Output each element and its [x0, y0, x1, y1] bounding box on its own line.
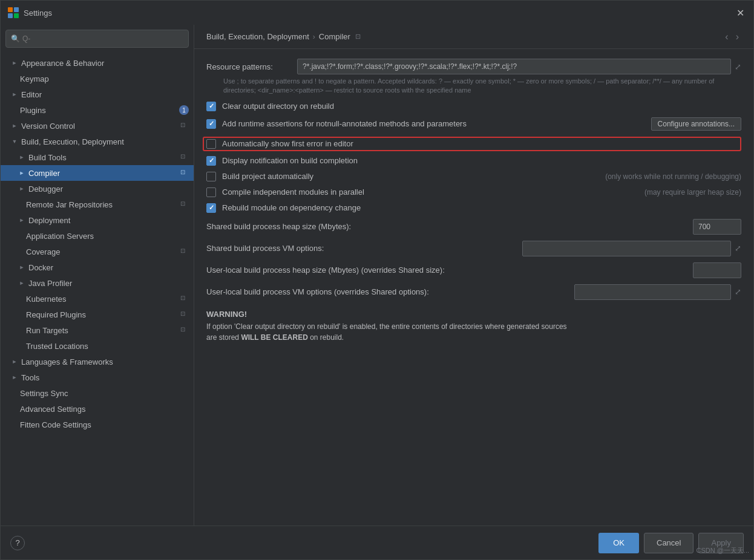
sidebar-item-app-servers[interactable]: Application Servers — [1, 228, 194, 244]
shared-heap-input[interactable] — [693, 219, 741, 235]
sidebar-item-coverage[interactable]: Coverage ⊡ — [1, 244, 194, 259]
checkbox-auto-show-error[interactable] — [206, 139, 216, 149]
sidebar-item-remote-jar[interactable]: Remote Jar Repositories ⊡ — [1, 197, 194, 212]
expand-icon: ► — [18, 169, 26, 177]
sidebar-item-label: Plugins — [20, 106, 177, 115]
sidebar-item-label: Remote Jar Repositories — [26, 200, 178, 209]
setting-row-rebuild-module: Rebuild module on dependency change — [206, 203, 741, 213]
sidebar-item-run-targets[interactable]: Run Targets ⊡ — [1, 322, 194, 338]
sidebar-item-java-profiler[interactable]: ► Java Profiler — [1, 275, 194, 291]
expand-user-vm-icon[interactable]: ⤢ — [735, 287, 741, 296]
search-input[interactable] — [22, 34, 183, 43]
sidebar-item-appearance[interactable]: ► Appearance & Behavior — [1, 55, 194, 71]
pin-icon: ⊡ — [180, 169, 189, 177]
breadcrumb: Build, Execution, Deployment › Compiler … — [194, 25, 753, 49]
setting-label-clear-output: Clear output directory on rebuild — [222, 102, 741, 111]
main-content: 🔍 ► Appearance & Behavior Keymap ► Edito… — [1, 25, 753, 526]
sidebar-item-debugger[interactable]: ► Debugger — [1, 181, 194, 197]
warning-section: WARNING! If option 'Clear output directo… — [206, 310, 741, 343]
breadcrumb-current: Compiler — [319, 32, 350, 41]
cancel-button[interactable]: Cancel — [644, 533, 693, 553]
sidebar-item-keymap[interactable]: Keymap — [1, 71, 194, 86]
sidebar-item-version-control[interactable]: ► Version Control ⊡ — [1, 118, 194, 134]
shared-heap-row: Shared build process heap size (Mbytes): — [206, 219, 741, 235]
sidebar-item-deployment[interactable]: ► Deployment — [1, 212, 194, 228]
setting-row-auto-show-error: Automatically show first error in editor — [206, 139, 738, 149]
window-title: Settings — [24, 8, 734, 18]
app-icon — [8, 7, 19, 18]
sidebar-item-compiler[interactable]: ► Compiler ⊡ — [1, 165, 194, 181]
setting-row-compile-parallel: Compile independent modules in parallel … — [206, 187, 741, 197]
checkbox-rebuild-module[interactable] — [206, 203, 216, 213]
close-button[interactable]: ✕ — [734, 7, 746, 19]
setting-label-build-auto: Build project automatically — [222, 172, 595, 181]
sidebar-item-advanced-settings[interactable]: Advanced Settings — [1, 401, 194, 417]
checkbox-clear-output[interactable] — [206, 102, 216, 111]
sidebar-item-label: Tools — [21, 373, 189, 382]
sidebar-item-settings-sync[interactable]: Settings Sync — [1, 385, 194, 401]
sidebar-item-label: Kubernetes — [26, 295, 178, 304]
sidebar-item-required-plugins[interactable]: Required Plugins ⊡ — [1, 307, 194, 322]
sidebar-items: ► Appearance & Behavior Keymap ► Editor … — [1, 53, 194, 526]
search-box[interactable]: 🔍 — [5, 30, 189, 48]
sidebar-item-label: Editor — [21, 90, 189, 99]
expand-icon: ► — [18, 184, 26, 193]
sidebar-item-label: Application Servers — [26, 232, 189, 241]
sidebar-item-build-exec[interactable]: ▼ Build, Execution, Deployment — [1, 134, 194, 149]
user-vm-input[interactable] — [574, 284, 731, 300]
help-button[interactable]: ? — [10, 536, 25, 550]
expand-button[interactable]: ⤢ — [735, 62, 741, 71]
sidebar-item-label: Deployment — [28, 216, 189, 225]
expand-icon: ► — [18, 216, 26, 224]
settings-content: Resource patterns: ⤢ Use ; to separate p… — [194, 49, 753, 526]
checkbox-build-auto[interactable] — [206, 172, 216, 181]
ok-button[interactable]: OK — [598, 533, 639, 553]
setting-label-rebuild-module: Rebuild module on dependency change — [222, 203, 741, 212]
setting-label-auto-show-error: Automatically show first error in editor — [222, 139, 738, 148]
sidebar-item-plugins[interactable]: Plugins 1 — [1, 102, 194, 118]
setting-label-compile-parallel: Compile independent modules in parallel — [222, 187, 635, 197]
checkbox-compile-parallel[interactable] — [206, 187, 216, 197]
setting-label-add-runtime: Add runtime assertions for notnull-annot… — [222, 119, 644, 128]
setting-row-clear-output: Clear output directory on rebuild — [206, 102, 741, 111]
svg-rect-2 — [8, 13, 13, 18]
sidebar-item-kubernetes[interactable]: Kubernetes ⊡ — [1, 291, 194, 307]
sidebar-item-docker[interactable]: ► Docker — [1, 259, 194, 275]
search-icon: 🔍 — [11, 34, 20, 43]
expand-icon: ► — [10, 59, 19, 67]
sidebar-item-tools[interactable]: ► Tools — [1, 370, 194, 385]
resource-patterns-label: Resource patterns: — [206, 62, 297, 71]
sidebar-item-label: Java Profiler — [28, 279, 189, 288]
setting-note-build-auto: (only works while not running / debuggin… — [605, 172, 741, 181]
pin-icon: ⊡ — [180, 247, 189, 256]
checkbox-display-notification[interactable] — [206, 156, 216, 166]
user-heap-input[interactable] — [693, 262, 741, 278]
sidebar-item-label: Build, Execution, Deployment — [21, 137, 189, 146]
shared-vm-row: Shared build process VM options: ⤢ — [206, 241, 741, 256]
sidebar-item-languages[interactable]: ► Languages & Frameworks — [1, 354, 194, 370]
settings-window: Settings ✕ 🔍 ► Appearance & Behavior Key… — [0, 0, 754, 560]
breadcrumb-separator: › — [313, 33, 315, 41]
breadcrumb-parent[interactable]: Build, Execution, Deployment — [206, 32, 309, 41]
nav-back-button[interactable]: ‹ — [723, 31, 730, 42]
breadcrumb-pin-icon[interactable]: ⊡ — [355, 33, 361, 41]
sidebar-item-fitten-code[interactable]: Fitten Code Settings — [1, 417, 194, 432]
nav-forward-button[interactable]: › — [733, 31, 741, 42]
user-vm-label: User-local build process VM options (ove… — [206, 287, 429, 296]
sidebar-item-trusted-locations[interactable]: Trusted Locations — [1, 338, 194, 354]
shared-vm-input[interactable] — [522, 241, 731, 256]
resource-patterns-row: Resource patterns: ⤢ — [206, 59, 741, 74]
sidebar-item-label: Debugger — [28, 184, 189, 194]
footer: ? OK Cancel Apply — [1, 526, 753, 559]
setting-row-build-auto: Build project automatically (only works … — [206, 172, 741, 181]
resource-patterns-input[interactable] — [297, 59, 731, 74]
expand-vm-icon[interactable]: ⤢ — [735, 244, 741, 253]
configure-annotations-button[interactable]: Configure annotations... — [651, 117, 741, 131]
expand-icon: ► — [18, 153, 26, 161]
sidebar-item-build-tools[interactable]: ► Build Tools ⊡ — [1, 149, 194, 165]
expand-icon: ► — [10, 373, 19, 382]
checkbox-add-runtime[interactable] — [206, 119, 216, 129]
sidebar-item-editor[interactable]: ► Editor — [1, 86, 194, 102]
breadcrumb-nav: ‹ › — [723, 31, 741, 42]
svg-rect-0 — [8, 7, 13, 12]
